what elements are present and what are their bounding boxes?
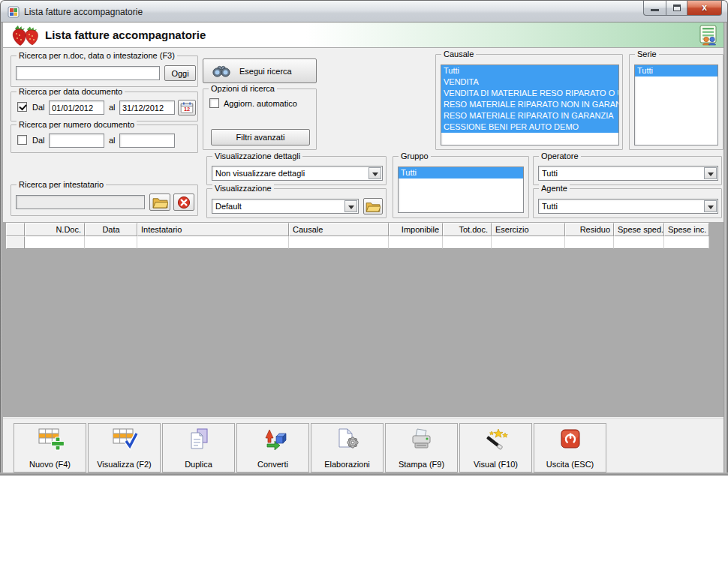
power-icon xyxy=(557,428,584,452)
window-controls: x xyxy=(643,1,722,16)
payee-browse-button[interactable] xyxy=(149,194,170,211)
svg-text:12: 12 xyxy=(184,106,190,112)
payee-clear-button[interactable] xyxy=(173,194,194,211)
visual-button[interactable]: Visual (F10) xyxy=(459,423,532,472)
date-from-input[interactable] xyxy=(49,100,104,115)
group-search-main-legend: Ricerca per n.doc, data o intestazione (… xyxy=(17,51,177,60)
execute-search-button[interactable]: Esegui ricerca xyxy=(203,58,317,83)
page-header: Lista fatture accompagnatorie xyxy=(3,22,723,48)
duplicate-button[interactable]: Duplica xyxy=(162,423,235,472)
table-add-icon xyxy=(37,428,64,452)
new-button[interactable]: Nuovo (F4) xyxy=(14,423,86,472)
titlebar: Lista fatture accompagnatorie x xyxy=(0,0,728,22)
column-header[interactable]: Spese inc. xyxy=(664,223,709,236)
chevron-down-icon[interactable] xyxy=(704,167,717,179)
group-serie: Serie Tutti xyxy=(629,54,723,150)
group-search-number: Ricerca per numero documento Dal al xyxy=(11,124,198,153)
print-button[interactable]: Stampa (F9) xyxy=(385,423,458,472)
serie-listbox[interactable]: Tutti xyxy=(634,64,718,146)
operatore-value: Tutti xyxy=(542,169,702,178)
today-button[interactable]: Oggi xyxy=(164,65,196,81)
column-header[interactable]: Spese sped. xyxy=(614,223,664,236)
list-item[interactable]: VENDITA DI MATERIALE RESO RIPARATO O USA… xyxy=(441,88,618,99)
folder-icon xyxy=(366,201,381,212)
column-header[interactable]: Causale xyxy=(289,223,389,236)
column-header[interactable]: Data xyxy=(85,223,137,236)
gruppo-listbox[interactable]: Tutti xyxy=(398,166,524,213)
process-button[interactable]: Elaborazioni xyxy=(311,423,384,472)
clear-icon xyxy=(177,196,191,209)
number-filter-checkbox[interactable] xyxy=(17,135,27,145)
list-item[interactable]: RESO MATERIALE RIPARATO NON IN GARANZIA xyxy=(441,99,618,110)
list-item[interactable]: CESSIONE BENI PER AUTO DEMO xyxy=(441,122,618,133)
list-item[interactable]: Tutti xyxy=(399,167,523,178)
group-view-details-legend: Visualizzazione dettagli xyxy=(212,152,302,160)
window-border-right xyxy=(723,22,728,472)
workspace-area: N.Doc. Data Intestatario Causale Imponib… xyxy=(3,222,723,417)
group-view-legend: Visualizzazione xyxy=(212,184,274,193)
exit-button[interactable]: Uscita (ESC) xyxy=(534,423,606,472)
column-header[interactable] xyxy=(6,223,25,236)
toolbar-button-label: Visual (F10) xyxy=(474,460,518,469)
number-from-input[interactable] xyxy=(49,134,104,148)
toolbar-button-label: Visualizza (F2) xyxy=(97,460,152,469)
auto-update-label: Aggiorn. automatico xyxy=(224,99,297,108)
number-to-input[interactable] xyxy=(119,134,175,148)
group-search-date-legend: Ricerca per data documento xyxy=(17,87,125,96)
view-details-select[interactable]: Non visualizzare dettagli xyxy=(212,166,383,181)
list-item[interactable]: Tutti xyxy=(635,65,717,76)
causale-listbox[interactable]: Tutti VENDITA VENDITA DI MATERIALE RESO … xyxy=(441,64,619,146)
chevron-down-icon[interactable] xyxy=(369,167,381,179)
group-agente-legend: Agente xyxy=(539,184,570,193)
view-details-value: Non visualizzare dettagli xyxy=(215,169,367,178)
chevron-down-icon[interactable] xyxy=(704,200,717,212)
group-search-main: Ricerca per n.doc, data o intestazione (… xyxy=(11,56,198,87)
date-filter-checkbox[interactable] xyxy=(17,102,27,112)
search-input[interactable] xyxy=(16,66,160,80)
agente-value: Tutti xyxy=(542,202,702,211)
window-content: Lista fatture accompagnatorie Ricerca pe… xyxy=(3,22,723,472)
group-operatore-legend: Operatore xyxy=(539,152,581,160)
view-select[interactable]: Default xyxy=(212,199,359,214)
column-header[interactable]: Tot.doc. xyxy=(443,223,492,236)
view-browse-button[interactable] xyxy=(363,198,383,214)
number-to-label: al xyxy=(109,136,116,145)
column-header[interactable]: Esercizio xyxy=(492,223,565,236)
calendar-button[interactable]: 12 xyxy=(178,100,196,116)
advanced-filters-button[interactable]: Filtri avanzati xyxy=(211,129,310,146)
minimize-button[interactable] xyxy=(643,1,666,16)
group-search-options-legend: Opzioni di ricerca xyxy=(209,84,277,93)
operatore-select[interactable]: Tutti xyxy=(538,166,718,181)
table-check-icon xyxy=(111,428,138,452)
execute-search-label: Esegui ricerca xyxy=(239,67,292,76)
close-button[interactable]: x xyxy=(687,1,722,16)
convert-button[interactable]: Converti xyxy=(236,423,309,472)
column-header[interactable]: N.Doc. xyxy=(25,223,85,236)
open-button[interactable]: Visualizza (F2) xyxy=(88,423,161,472)
invoice-table: N.Doc. Data Intestatario Causale Imponib… xyxy=(6,223,709,249)
list-item[interactable]: Tutti xyxy=(441,65,618,76)
group-view-details: Visualizzazione dettagli Non visualizzar… xyxy=(206,156,387,185)
customer-list-icon[interactable] xyxy=(696,25,717,46)
group-serie-legend: Serie xyxy=(635,50,659,58)
table-header-row: N.Doc. Data Intestatario Causale Imponib… xyxy=(6,223,709,236)
column-header[interactable]: Residuo xyxy=(565,223,614,236)
list-item[interactable]: RESO MATERIALE RIPARATO IN GARANZIA xyxy=(441,110,618,122)
date-to-input[interactable] xyxy=(119,100,175,115)
agente-select[interactable]: Tutti xyxy=(538,199,718,214)
minimize-icon xyxy=(651,9,659,11)
list-item[interactable]: VENDITA xyxy=(441,76,618,88)
toolbar-button-label: Nuovo (F4) xyxy=(29,460,71,469)
group-causale-legend: Causale xyxy=(441,50,476,58)
auto-update-checkbox[interactable] xyxy=(209,98,219,108)
view-value: Default xyxy=(215,202,343,211)
restore-icon xyxy=(673,4,681,11)
chevron-down-icon[interactable] xyxy=(344,200,357,212)
payee-input[interactable] xyxy=(16,195,145,209)
table-row[interactable] xyxy=(6,236,709,249)
date-to-label: al xyxy=(109,103,116,112)
column-header[interactable]: Intestatario xyxy=(137,223,289,236)
column-header[interactable]: Imponibile xyxy=(389,223,443,236)
group-gruppo-legend: Gruppo xyxy=(399,152,431,160)
maximize-button[interactable] xyxy=(666,1,687,16)
